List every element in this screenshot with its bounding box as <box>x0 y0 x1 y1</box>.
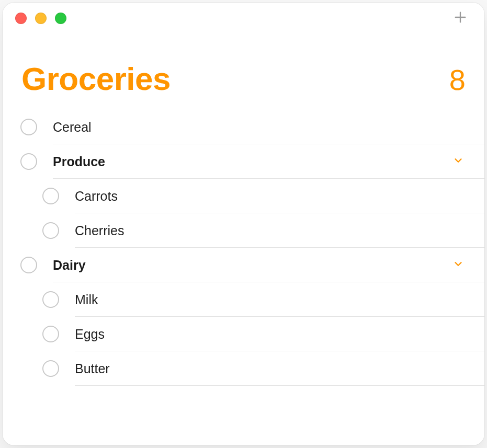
reminder-checkbox[interactable] <box>42 222 59 239</box>
reminder-group-row[interactable]: Dairy <box>3 248 484 282</box>
reminder-group-row[interactable]: Produce <box>3 144 484 179</box>
titlebar <box>3 3 484 34</box>
plus-icon <box>453 10 468 27</box>
reminders-window: Groceries 8 Cereal Produce Carrots <box>3 3 484 445</box>
reminder-label: Cherries <box>75 224 124 237</box>
close-window-button[interactable] <box>15 13 27 24</box>
chevron-down-icon <box>452 155 464 168</box>
reminder-row[interactable]: Cereal <box>3 110 484 144</box>
reminder-label: Dairy <box>53 259 86 272</box>
reminder-row[interactable]: Butter <box>3 351 484 386</box>
minimize-window-button[interactable] <box>35 13 47 24</box>
collapse-toggle[interactable] <box>451 258 466 272</box>
reminder-checkbox[interactable] <box>20 153 37 170</box>
reminder-label: Butter <box>75 362 110 375</box>
chevron-down-icon <box>452 258 464 272</box>
list-header: Groceries 8 <box>3 34 484 105</box>
add-reminder-button[interactable] <box>449 7 472 30</box>
reminder-checkbox[interactable] <box>42 188 59 204</box>
window-controls <box>15 13 66 24</box>
reminder-row[interactable]: Milk <box>3 282 484 317</box>
reminder-row[interactable]: Carrots <box>3 179 484 213</box>
list-count: 8 <box>449 63 466 97</box>
reminder-label: Carrots <box>75 190 118 203</box>
reminder-label: Produce <box>53 155 105 168</box>
reminder-list: Cereal Produce Carrots Cherries <box>3 105 484 386</box>
reminder-checkbox[interactable] <box>42 291 59 308</box>
reminder-checkbox[interactable] <box>42 326 59 342</box>
reminder-label: Cereal <box>53 121 92 134</box>
reminder-label: Milk <box>75 293 98 306</box>
reminder-checkbox[interactable] <box>42 360 59 377</box>
reminder-label: Eggs <box>75 328 105 341</box>
reminder-row[interactable]: Eggs <box>3 317 484 351</box>
reminder-checkbox[interactable] <box>20 257 37 273</box>
zoom-window-button[interactable] <box>55 13 66 24</box>
reminder-row[interactable]: Cherries <box>3 213 484 248</box>
collapse-toggle[interactable] <box>451 154 466 169</box>
reminder-checkbox[interactable] <box>20 119 37 135</box>
list-title: Groceries <box>21 60 171 97</box>
